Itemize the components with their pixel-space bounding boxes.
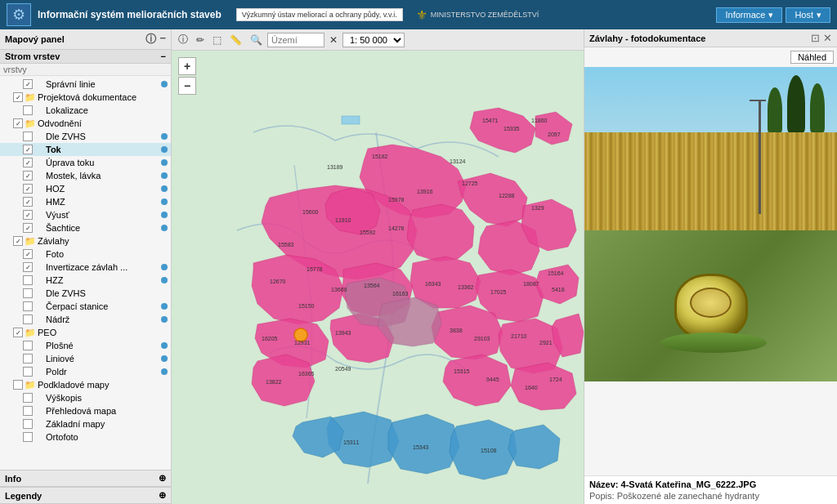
folder-checkbox[interactable] (13, 328, 23, 337)
layer-checkbox[interactable] (23, 132, 33, 141)
layer-ortofoto[interactable]: Ortofoto (0, 430, 171, 444)
search-clear-btn[interactable]: ✕ (326, 33, 341, 47)
layer-checkbox[interactable] (23, 393, 33, 403)
folder-projektova[interactable]: 📁 Projektová dokumentace (0, 91, 171, 104)
layer-checkbox[interactable] (23, 184, 33, 194)
layer-poldr[interactable]: Poldr (0, 365, 171, 378)
layer-checkbox[interactable] (23, 105, 33, 115)
folder-zavlahy[interactable]: 📁 Závlahy (0, 234, 171, 248)
power-crossbar (750, 100, 766, 101)
layer-checkbox[interactable] (23, 223, 33, 233)
folder-odvodneni[interactable]: 📁 Odvodnění (0, 117, 171, 130)
main-content: Mapový panel ⓘ − Strom vrstev − vrstvy S… (0, 29, 837, 504)
info-button[interactable]: Informace ▾ (716, 7, 782, 23)
logo-section: ⚙ Informační systém melioračních staveb … (7, 3, 716, 26)
layer-dle-zvhs-2[interactable]: Dle ZVHS (0, 287, 171, 300)
layer-tok[interactable]: Tok (0, 143, 171, 156)
zoom-in-button[interactable]: + (178, 57, 196, 75)
layer-invertizace[interactable]: Invertizace závlah ... (0, 261, 171, 274)
folder-checkbox[interactable] (13, 236, 23, 246)
folder-peo[interactable]: 📁 PEO (0, 326, 171, 339)
layer-checkbox[interactable] (23, 288, 33, 298)
layer-tree-collapse[interactable]: − (161, 51, 166, 61)
toolbar-search-btn[interactable]: 🔍 (247, 33, 266, 47)
svg-marker-28 (508, 425, 560, 469)
layer-color-box (34, 419, 44, 429)
layer-checkbox[interactable] (23, 354, 33, 364)
layer-uprava-toku[interactable]: Úprava toku (0, 156, 171, 169)
toolbar-measure-btn[interactable]: 📏 (226, 33, 245, 47)
layer-tree-subtitle: vrstvy (0, 64, 171, 76)
layer-prehledova[interactable]: Přehledová mapa (0, 404, 171, 417)
host-button[interactable]: Host ▾ (786, 7, 830, 23)
layer-checkbox[interactable] (23, 158, 33, 167)
layer-checkbox[interactable] (23, 301, 33, 311)
layer-color-box (34, 145, 44, 154)
layer-dot (161, 277, 168, 283)
layer-nadrz[interactable]: Nádrž (0, 313, 171, 326)
zoom-out-button[interactable]: − (178, 77, 196, 95)
layer-vyust[interactable]: Výusť (0, 208, 171, 221)
svg-text:21710: 21710 (511, 333, 527, 339)
layer-liniove[interactable]: Liniové (0, 352, 171, 365)
layer-checkbox[interactable] (23, 275, 33, 285)
layer-checkbox[interactable] (23, 432, 33, 442)
folder-checkbox[interactable] (13, 92, 23, 102)
layer-label: Tok (46, 145, 159, 154)
svg-text:2097: 2097 (548, 132, 561, 137)
layer-checkbox[interactable] (23, 341, 33, 350)
layer-checkbox[interactable] (23, 210, 33, 220)
layer-foto[interactable]: Foto (0, 248, 171, 261)
layer-vyskopis[interactable]: Výškopis (0, 391, 171, 404)
search-input[interactable] (267, 33, 325, 47)
folder-icon: 📁 (25, 118, 36, 129)
layer-zakladni[interactable]: Základní mapy (0, 417, 171, 430)
toolbar-info-btn[interactable]: ⓘ (175, 31, 191, 48)
folder-icon: 📁 (25, 92, 36, 103)
folder-checkbox[interactable] (13, 118, 23, 128)
svg-text:1724: 1724 (549, 377, 562, 382)
svg-marker-21 (252, 355, 315, 406)
layer-sachtice[interactable]: Šachtice (0, 221, 171, 234)
scale-select[interactable]: 1: 50 000 (342, 33, 405, 47)
layer-label: Dle ZVHS (46, 288, 168, 298)
layer-checkbox[interactable] (23, 367, 33, 377)
layer-plosne[interactable]: Plošné (0, 339, 171, 352)
info-expand-icon[interactable]: ⊕ (159, 473, 166, 484)
map-area[interactable]: ⓘ ✏ ⬚ 📏 🔍 ✕ 1: 50 000 (172, 29, 584, 504)
layer-checkbox[interactable] (23, 145, 33, 154)
layer-checkbox[interactable] (23, 262, 33, 272)
layer-checkbox[interactable] (23, 171, 33, 181)
photo-maximize-btn[interactable]: ⊡ (811, 32, 820, 44)
folder-podkladove[interactable]: 📁 Podkladové mapy (0, 378, 171, 391)
layer-dle-zvhs[interactable]: Dle ZVHS (0, 130, 171, 143)
layer-dot (161, 81, 168, 87)
layer-hmz[interactable]: HMZ (0, 195, 171, 208)
folder-checkbox[interactable] (13, 380, 23, 390)
layer-checkbox[interactable] (23, 197, 33, 207)
photo-close-btn[interactable]: ✕ (823, 32, 832, 44)
layer-lokalizace[interactable]: Lokalizace (0, 104, 171, 117)
toolbar-select-btn[interactable]: ⬚ (209, 33, 225, 47)
map-zoom-controls: + − (178, 57, 196, 95)
legendy-expand-icon[interactable]: ⊕ (159, 490, 166, 501)
layer-label: Výškopis (46, 393, 168, 403)
photo-desc: Popis: Poškozené ale zanechané hydranty (589, 491, 832, 501)
layer-spravni-linie[interactable]: Správní linie (0, 78, 171, 91)
layer-mostek[interactable]: Mostek, lávka (0, 169, 171, 182)
map-canvas[interactable]: 15471 15335 11860 2097 13124 15182 13189… (172, 51, 584, 504)
mze-logo: ⚜ MINISTERSTVO ZEMĚDĚLSTVÍ (416, 7, 539, 23)
layer-checkbox[interactable] (23, 314, 33, 324)
layer-hoz[interactable]: HOZ (0, 182, 171, 195)
map-panel-minus-icon[interactable]: − (159, 32, 166, 47)
layer-checkbox[interactable] (23, 249, 33, 259)
layer-checkbox[interactable] (23, 406, 33, 416)
toolbar-draw-btn[interactable]: ✏ (193, 33, 208, 47)
layer-dot (161, 264, 168, 270)
layer-hzz[interactable]: HZZ (0, 274, 171, 287)
layer-checkbox[interactable] (23, 419, 33, 429)
layer-checkbox[interactable] (23, 79, 33, 89)
map-panel-info-icon[interactable]: ⓘ (145, 32, 156, 47)
thumbnail-button[interactable]: Náhled (790, 51, 834, 64)
layer-cerp-stanice[interactable]: Čerpací stanice (0, 300, 171, 313)
